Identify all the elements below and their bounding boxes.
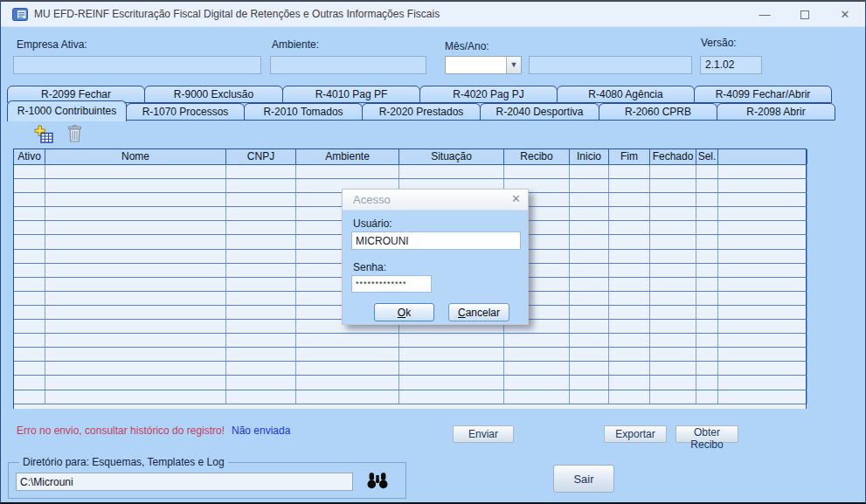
exportar-button[interactable]: Exportar <box>604 425 667 443</box>
dialog-titlebar[interactable]: Acesso ✕ <box>343 190 528 211</box>
column-header-sel-[interactable]: Sel. <box>696 149 718 164</box>
table-row[interactable] <box>14 390 806 404</box>
dialog-close-icon[interactable]: ✕ <box>511 192 521 205</box>
table-cell <box>609 165 650 178</box>
table-cell <box>718 334 807 347</box>
chevron-down-icon[interactable]: ▼ <box>506 57 521 73</box>
app-icon <box>12 8 28 21</box>
column-header-situa-o[interactable]: Situação <box>399 149 504 164</box>
ok-button[interactable]: Ok <box>374 303 434 321</box>
ambiente-field[interactable] <box>270 56 426 74</box>
table-cell <box>718 306 807 319</box>
table-cell <box>45 193 226 206</box>
table-cell <box>650 165 696 178</box>
table-cell <box>609 362 650 375</box>
table-cell <box>399 390 504 404</box>
table-cell <box>226 320 296 333</box>
table-cell <box>650 221 696 234</box>
sair-button[interactable]: Sair <box>553 465 614 493</box>
column-header-inicio[interactable]: Inicio <box>570 149 609 164</box>
delete-trash-icon[interactable] <box>67 124 82 143</box>
empresa-ativa-label: Empresa Ativa: <box>17 38 87 51</box>
table-row[interactable] <box>14 376 806 390</box>
table-cell <box>504 376 570 389</box>
tab-r-4010-pag-pf[interactable]: R-4010 Pag PF <box>282 86 420 103</box>
tab-r-2060-cprb[interactable]: R-2060 CPRB <box>599 103 717 121</box>
table-cell <box>650 390 696 404</box>
table-cell <box>14 264 45 277</box>
table-cell <box>718 278 807 291</box>
minimize-icon[interactable]: — <box>745 2 785 27</box>
binoculars-search-icon[interactable] <box>367 472 388 489</box>
table-cell <box>399 362 504 375</box>
table-cell <box>14 348 45 361</box>
enviar-button[interactable]: Enviar <box>453 425 514 443</box>
table-cell <box>45 292 226 305</box>
table-cell <box>570 390 609 404</box>
table-cell <box>226 334 296 347</box>
tab-r-2010-tomados[interactable]: R-2010 Tomados <box>244 103 363 121</box>
tab-r-4020-pag-pj[interactable]: R-4020 Pag PJ <box>419 86 558 103</box>
table-cell <box>226 221 296 234</box>
table-cell <box>650 179 696 192</box>
empresa-ativa-field[interactable] <box>13 56 261 74</box>
table-cell <box>718 376 807 389</box>
table-cell <box>609 376 650 389</box>
tab-r-2020-prestados[interactable]: R-2020 Prestados <box>362 103 481 121</box>
table-cell <box>14 390 45 404</box>
table-cell <box>609 179 650 192</box>
column-header-ambiente[interactable]: Ambiente <box>296 149 399 164</box>
table-cell <box>696 320 718 333</box>
tab-r-1000-contribuintes[interactable]: R-1000 Contribuintes <box>7 100 127 121</box>
tab-r-4080-ag-ncia[interactable]: R-4080 Agência <box>557 86 695 103</box>
table-cell <box>399 334 504 347</box>
column-header-ativo[interactable]: Ativo <box>14 149 45 164</box>
column-header-fechado[interactable]: Fechado <box>650 149 696 164</box>
maximize-icon[interactable] <box>785 2 825 27</box>
table-row[interactable] <box>14 362 806 376</box>
table-cell <box>718 264 807 277</box>
table-row[interactable] <box>14 348 806 362</box>
table-cell <box>14 334 45 347</box>
table-cell <box>696 179 718 192</box>
mes-ano-value-field[interactable] <box>529 56 692 74</box>
tab-r-4099-fechar-abrir[interactable]: R-4099 Fechar/Abrir <box>694 86 832 103</box>
usuario-input[interactable] <box>351 231 521 250</box>
table-cell <box>570 348 609 361</box>
table-cell <box>14 278 45 291</box>
tab-r-2040-desportiva[interactable]: R-2040 Desportiva <box>480 103 599 121</box>
table-cell <box>650 376 696 389</box>
table-cell <box>609 348 650 361</box>
column-header-recibo[interactable]: Recibo <box>504 149 570 164</box>
column-header-nome[interactable]: Nome <box>45 149 226 164</box>
table-cell <box>609 306 650 319</box>
versao-value: 2.1.02 <box>700 56 762 74</box>
directory-path-input[interactable] <box>16 473 353 491</box>
table-cell <box>609 320 650 333</box>
cancel-button[interactable]: Cancelar <box>448 303 509 321</box>
titlebar[interactable]: MU EFD-REINF Escrituração Fiscal Digital… <box>1 2 865 27</box>
table-row[interactable] <box>14 165 806 179</box>
tab-row-back: R-2099 FecharR-9000 ExclusãoR-4010 Pag P… <box>8 86 832 103</box>
table-cell <box>226 193 296 206</box>
close-icon[interactable]: ✕ <box>825 2 865 27</box>
mes-ano-combobox[interactable]: ▼ <box>445 56 522 74</box>
table-cell <box>570 376 609 389</box>
table-cell <box>718 320 807 333</box>
table-cell <box>696 334 718 347</box>
table-row[interactable] <box>14 334 806 348</box>
column-header-cnpj[interactable]: CNPJ <box>226 149 296 164</box>
table-cell <box>45 306 226 319</box>
tab-r-1070-processos[interactable]: R-1070 Processos <box>126 103 245 121</box>
tab-r-9000-exclus-o[interactable]: R-9000 Exclusão <box>144 86 283 103</box>
table-cell <box>650 264 696 277</box>
directory-groupbox: Diretório para: Esquemas, Templates e Lo… <box>8 462 406 499</box>
table-cell <box>609 193 650 206</box>
obter-recibo-button[interactable]: Obter Recibo <box>675 425 738 443</box>
column-header-filler[interactable] <box>718 149 807 164</box>
tab-r-2098-abrir[interactable]: R-2098 Abrir <box>717 103 835 121</box>
table-cell <box>718 362 807 375</box>
add-record-icon[interactable] <box>34 125 53 143</box>
senha-input[interactable] <box>351 275 432 293</box>
column-header-fim[interactable]: Fim <box>609 149 650 164</box>
